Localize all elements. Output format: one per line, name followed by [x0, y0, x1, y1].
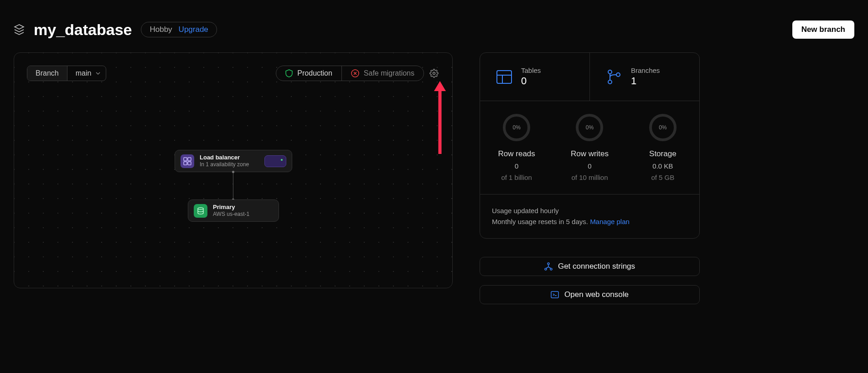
- storage-pct: 0%: [649, 114, 677, 141]
- row-writes-limit: of 10 million: [571, 174, 608, 181]
- row-reads-label: Row reads: [498, 149, 535, 158]
- database-stack-icon: [14, 24, 25, 36]
- toolbar-right: Production Safe migrations: [276, 66, 439, 81]
- svg-point-8: [198, 208, 203, 209]
- branch-value: main: [76, 69, 92, 77]
- upgrade-link[interactable]: Upgrade: [179, 25, 208, 34]
- primary-title: Primary: [213, 204, 249, 211]
- branch-label: Branch: [27, 66, 67, 81]
- row-reads-limit: of 1 billion: [501, 174, 532, 181]
- connection-strings-label: Get connection strings: [558, 262, 635, 271]
- plan-pill: Hobby Upgrade: [141, 22, 217, 37]
- row-reads-gauge: 0% Row reads 0 of 1 billion: [480, 114, 553, 181]
- row-writes-gauge: 0% Row writes 0 of 10 million: [553, 114, 626, 181]
- web-console-button[interactable]: Open web console: [480, 285, 700, 304]
- svg-rect-4: [184, 158, 187, 161]
- network-icon: [544, 262, 553, 271]
- branches-label: Branches: [631, 66, 660, 74]
- usage-note: Usage updated hourly Monthly usage reset…: [480, 194, 699, 238]
- settings-button[interactable]: [429, 68, 439, 79]
- storage-label: Storage: [649, 149, 677, 158]
- new-branch-button[interactable]: New branch: [792, 20, 854, 39]
- branches-icon: [605, 68, 623, 86]
- svg-point-1: [433, 72, 435, 75]
- primary-subtitle: AWS us-east-1: [213, 211, 249, 218]
- row-writes-label: Row writes: [571, 149, 609, 158]
- page-header: my_database Hobby Upgrade New branch: [14, 0, 854, 52]
- stats-card: Tables 0 Branches 1 0%: [480, 52, 700, 239]
- status-production[interactable]: Production: [276, 66, 341, 81]
- terminal-icon: [551, 291, 559, 299]
- tables-icon: [496, 68, 513, 86]
- branches-value: 1: [631, 75, 660, 87]
- branches-stat[interactable]: Branches 1: [589, 53, 699, 101]
- chevron-down-icon: [96, 71, 100, 76]
- main-content: Branch main Production Safe migrations: [14, 52, 854, 304]
- branch-selector: Branch main: [27, 66, 106, 81]
- svg-rect-9: [497, 71, 512, 83]
- row-reads-value: 0: [515, 162, 518, 170]
- primary-text: Primary AWS us-east-1: [213, 204, 249, 218]
- svg-marker-3: [434, 81, 446, 91]
- lb-status-indicator: [264, 155, 286, 167]
- primary-db-icon: [194, 204, 207, 218]
- storage-value: 0.0 KB: [652, 162, 673, 170]
- top-stats-row: Tables 0 Branches 1: [480, 53, 699, 101]
- load-balancer-node[interactable]: Load balancer In 1 availability zone: [175, 150, 292, 172]
- svg-point-14: [616, 73, 620, 77]
- row-reads-pct: 0%: [503, 114, 530, 141]
- canvas-toolbar: Branch main Production Safe migrations: [27, 66, 439, 81]
- x-circle-icon: [351, 69, 359, 77]
- load-balancer-icon: [181, 154, 194, 168]
- svg-point-12: [608, 70, 612, 74]
- arrow-annotation-icon: [433, 81, 447, 154]
- database-title: my_database: [34, 21, 132, 39]
- svg-point-13: [608, 80, 612, 84]
- action-buttons: Get connection strings Open web console: [480, 257, 700, 304]
- node-connector: [233, 172, 233, 199]
- plan-label: Hobby: [150, 25, 172, 34]
- row-writes-value: 0: [588, 162, 591, 170]
- branch-dropdown[interactable]: main: [67, 66, 106, 81]
- status-safe-migrations[interactable]: Safe migrations: [341, 66, 424, 81]
- storage-limit: of 5 GB: [651, 174, 674, 181]
- svg-rect-7: [188, 162, 191, 165]
- connection-strings-button[interactable]: Get connection strings: [480, 257, 700, 276]
- status-migrations-label: Safe migrations: [364, 69, 414, 77]
- tables-value: 0: [521, 75, 541, 87]
- tables-stat[interactable]: Tables 0: [480, 53, 589, 101]
- svg-rect-6: [184, 162, 187, 165]
- gear-icon: [429, 69, 439, 78]
- status-production-label: Production: [297, 69, 332, 77]
- topology-canvas: Branch main Production Safe migrations: [14, 52, 453, 288]
- primary-node[interactable]: Primary AWS us-east-1: [188, 199, 279, 222]
- gauges-row: 0% Row reads 0 of 1 billion 0% Row write…: [480, 101, 699, 194]
- lb-text: Load balancer In 1 availability zone: [200, 154, 249, 168]
- header-left: my_database Hobby Upgrade: [14, 21, 217, 39]
- shield-icon: [285, 69, 293, 77]
- web-console-label: Open web console: [564, 290, 629, 299]
- usage-line1: Usage updated hourly: [492, 205, 687, 216]
- tables-label: Tables: [521, 66, 541, 74]
- usage-line2: Monthly usage resets in 5 days. Manage p…: [492, 216, 687, 227]
- lb-subtitle: In 1 availability zone: [200, 161, 249, 168]
- status-group: Production Safe migrations: [276, 66, 424, 81]
- svg-rect-5: [188, 158, 191, 161]
- storage-gauge: 0% Storage 0.0 KB of 5 GB: [626, 114, 699, 181]
- lb-title: Load balancer: [200, 154, 249, 161]
- stats-sidebar: Tables 0 Branches 1 0%: [480, 52, 700, 304]
- usage-line2-prefix: Monthly usage resets in 5 days.: [492, 218, 590, 225]
- svg-point-15: [548, 263, 549, 265]
- manage-plan-link[interactable]: Manage plan: [590, 218, 630, 225]
- row-writes-pct: 0%: [576, 114, 603, 141]
